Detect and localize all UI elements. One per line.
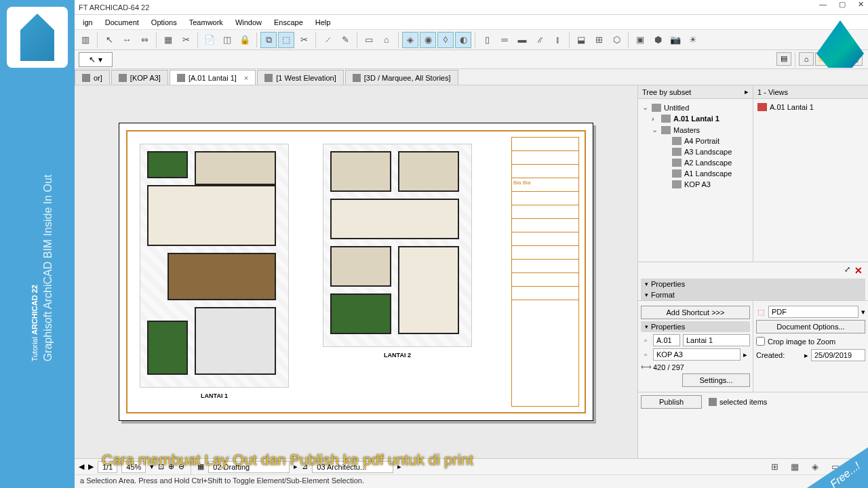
nav-back-icon[interactable]: ◀: [79, 462, 84, 471]
tree-a01[interactable]: ›A.01 Lantai 1: [639, 113, 751, 124]
tool-wall-icon[interactable]: ▭: [361, 32, 377, 48]
layout-icon: ▫: [641, 336, 650, 344]
tool-box-icon[interactable]: ◫: [219, 32, 235, 48]
tool-cam-icon[interactable]: 📷: [667, 32, 684, 48]
tab-floor[interactable]: or]: [75, 70, 110, 85]
tool-doc-icon[interactable]: 📄: [201, 32, 218, 48]
created-field[interactable]: 25/09/2019: [811, 349, 865, 361]
nav-fwd-icon[interactable]: ▶: [88, 462, 94, 471]
nav-map-icon[interactable]: ▤: [776, 52, 791, 66]
tool-rail-icon[interactable]: ⫿: [549, 32, 566, 48]
close-icon[interactable]: ✕: [854, 265, 863, 276]
crop-label: Crop image to Zoom: [768, 338, 835, 346]
tool-3d-icon[interactable]: ⬢: [650, 32, 666, 48]
tool-sun-icon[interactable]: ☀: [685, 32, 701, 48]
publish-button[interactable]: Publish: [641, 395, 702, 409]
tool-grid-icon[interactable]: ▦: [160, 32, 176, 48]
tree-a3[interactable]: A3 Landscape: [639, 146, 751, 157]
menu-design[interactable]: ign: [77, 17, 98, 28]
tool-pen-icon[interactable]: ✎: [337, 32, 353, 48]
minimize-button[interactable]: —: [819, 0, 827, 9]
maximize-button[interactable]: ▢: [839, 0, 846, 9]
tool-door-icon[interactable]: ⬓: [573, 32, 589, 48]
menu-options[interactable]: Options: [146, 17, 182, 28]
main-area: LANTAI 1 LANTAI 2 Bla Bla: [75, 85, 868, 458]
menu-help[interactable]: Help: [310, 17, 336, 28]
tool-stair-icon[interactable]: ⫽: [532, 32, 548, 48]
doc-icon: [119, 74, 127, 82]
master-icon: [672, 137, 682, 145]
close-button[interactable]: ✕: [858, 0, 864, 9]
tool-file-icon[interactable]: ▥: [77, 32, 94, 48]
views-header[interactable]: 1 - Views: [753, 85, 868, 99]
tool-measure-icon[interactable]: ⟋: [319, 32, 336, 48]
tool-home-icon[interactable]: ⌂: [378, 32, 395, 48]
layout-viewport[interactable]: LANTAI 1 LANTAI 2 Bla Bla: [75, 85, 637, 458]
tool-column-icon[interactable]: ▯: [479, 32, 495, 48]
expand-icon[interactable]: ⤢: [844, 265, 850, 276]
doc-options-button[interactable]: Document Options...: [756, 320, 865, 333]
close-icon[interactable]: ×: [244, 74, 248, 82]
master-field[interactable]: KOP A3: [653, 348, 741, 361]
cube-icon: [353, 74, 361, 82]
tool-slab-icon[interactable]: ▬: [514, 32, 530, 48]
tab-kop[interactable]: [KOP A3]: [111, 70, 168, 85]
tool-morph-icon[interactable]: ◉: [420, 32, 436, 48]
nav-home-icon[interactable]: ⌂: [799, 52, 814, 66]
menu-enscape[interactable]: Enscape: [269, 17, 309, 28]
tutorial-banner: Tutorial ARCHICAD 22 Graphisoft ArchiCAD…: [0, 0, 75, 488]
tab-3d[interactable]: [3D / Marquee, All Stories]: [345, 70, 458, 85]
tool-lock-icon[interactable]: 🔒: [237, 32, 253, 48]
arrow-tool-button[interactable]: ↖ ▾: [79, 52, 113, 67]
format-header[interactable]: Format: [641, 289, 865, 300]
layout-icon: [661, 115, 671, 123]
tool-line-icon[interactable]: ↔: [119, 32, 135, 48]
tool-crop-icon[interactable]: ✂: [178, 32, 194, 48]
tool-cursor-icon[interactable]: ↖: [101, 32, 117, 48]
layout-name-field[interactable]: Lantai 1: [683, 334, 750, 346]
created-label: Created:: [756, 351, 785, 359]
folder-icon: [661, 126, 671, 134]
tool-dim-icon[interactable]: ⇔: [136, 32, 153, 48]
banner-subtitle: Graphisoft ArchiCAD BIM Inside In Out: [42, 175, 54, 362]
tree-masters[interactable]: ⌄Masters: [639, 124, 751, 136]
tree-root[interactable]: ⌄Untitled: [639, 102, 751, 113]
layout-id-field[interactable]: A.01: [653, 334, 680, 346]
views-tree: A.01 Lantai 1: [753, 99, 868, 262]
format-select[interactable]: PDF: [768, 306, 859, 318]
tool-window-icon[interactable]: ⊞: [591, 32, 607, 48]
titleblock: Bla Bla: [511, 137, 579, 407]
add-shortcut-button[interactable]: Add Shortcut >>>: [641, 306, 750, 319]
tool-beam-icon[interactable]: ═: [496, 32, 513, 48]
props-section[interactable]: Properties: [641, 321, 750, 332]
navigator-panel: Tree by subset▸ ⌄Untitled ›A.01 Lantai 1…: [637, 85, 868, 458]
tree-a4[interactable]: A4 Portrait: [639, 136, 751, 146]
main-toolbar: ▥ ↖ ↔ ⇔ ▦ ✂ 📄 ◫ 🔒 ⧉ ⬚ ✂ ⟋ ✎ ▭ ⌂ ◈ ◉ ◊ ◐ …: [75, 30, 868, 50]
crop-checkbox[interactable]: [756, 337, 765, 346]
view-a01[interactable]: A.01 Lantai 1: [755, 102, 867, 113]
tab-a01[interactable]: [A.01 Lantai 1]×: [170, 70, 256, 85]
video-caption: Cara membuat Lay Out dan Publish ke pdf …: [102, 451, 854, 469]
tool-link-icon[interactable]: ⧉: [260, 32, 277, 48]
tool-mesh-icon[interactable]: ◈: [402, 32, 418, 48]
menu-document[interactable]: Document: [100, 17, 144, 28]
tool-obj-icon[interactable]: ⬡: [608, 32, 625, 48]
pdf-icon: [757, 103, 767, 111]
titlebar: FT ARCHICAD-64 22 — ▢ ✕: [75, 0, 868, 15]
tree-a2[interactable]: A2 Landscape: [639, 157, 751, 168]
tree-kop[interactable]: KOP A3: [639, 179, 751, 190]
tree-header[interactable]: Tree by subset▸: [638, 85, 753, 99]
menu-window[interactable]: Window: [230, 17, 267, 28]
tool-zone-icon[interactable]: ▣: [632, 32, 648, 48]
tool-shell-icon[interactable]: ◊: [437, 32, 454, 48]
banner-title: Tutorial ARCHICAD 22: [21, 175, 42, 362]
layout-tree: ⌄Untitled ›A.01 Lantai 1 ⌄Masters A4 Por…: [638, 99, 753, 262]
tree-a1[interactable]: A1 Landscape: [639, 168, 751, 179]
tab-elevation[interactable]: [1 West Elevation]: [257, 70, 343, 85]
tool-marquee-icon[interactable]: ⬚: [278, 32, 294, 48]
settings-button[interactable]: Settings...: [682, 373, 750, 387]
props-header[interactable]: Properties: [641, 279, 865, 289]
menu-teamwork[interactable]: Teamwork: [184, 17, 229, 28]
tool-roof-icon[interactable]: ◐: [455, 32, 471, 48]
tool-cut-icon[interactable]: ✂: [296, 32, 312, 48]
